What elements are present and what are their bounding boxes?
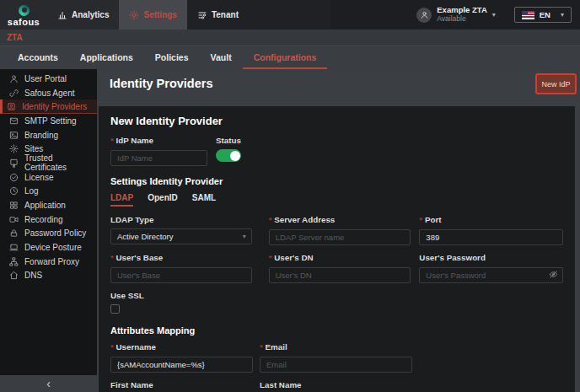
sidebar-item-user-portal[interactable]: User Portal bbox=[0, 72, 97, 86]
tab-applications[interactable]: Applications bbox=[69, 46, 144, 69]
sidebar-item-branding[interactable]: Branding bbox=[0, 128, 97, 142]
image-icon bbox=[9, 131, 19, 140]
port-label: Port bbox=[419, 215, 563, 224]
sidebar-item-application[interactable]: Application bbox=[0, 198, 97, 212]
nav-tab-tenant[interactable]: Tenant bbox=[187, 0, 249, 30]
users-base-input[interactable] bbox=[110, 267, 252, 283]
sidebar-item-trusted-certificates[interactable]: Trusted Certificates bbox=[0, 156, 97, 170]
sidebar-item-identity-providers[interactable]: Identity Providers bbox=[0, 99, 97, 114]
user-icon bbox=[9, 74, 19, 83]
sidebar-item-label: Recording bbox=[24, 215, 63, 224]
ldap-type-label: LDAP Type bbox=[110, 215, 252, 224]
chevron-down-icon: ▾ bbox=[492, 11, 496, 19]
port-input[interactable] bbox=[419, 229, 563, 245]
users-dn-label: User's DN bbox=[269, 253, 411, 262]
nav-tab-analytics[interactable]: Analytics bbox=[47, 0, 119, 30]
language-selector[interactable]: EN ▾ bbox=[514, 7, 572, 23]
provider-tabs: LDAP OpenID SAML bbox=[110, 193, 563, 207]
users-password-label: User's Password bbox=[419, 253, 563, 262]
status-toggle[interactable] bbox=[216, 149, 241, 162]
chevron-down-icon: ▾ bbox=[561, 11, 564, 19]
gear-icon bbox=[9, 144, 19, 153]
sidebar-item-label: Safous Agent bbox=[24, 89, 75, 98]
safous-logo[interactable]: safous bbox=[0, 0, 47, 30]
sidebar-item-label: Application bbox=[24, 201, 66, 210]
user-icon bbox=[420, 10, 429, 19]
video-icon bbox=[9, 215, 19, 224]
sidebar-item-log[interactable]: Log bbox=[0, 185, 97, 199]
new-idp-form: New Identity Provider IdP Name Status Se… bbox=[99, 106, 575, 392]
sidebar-item-recording[interactable]: Recording bbox=[0, 212, 97, 227]
id-badge-icon bbox=[7, 102, 16, 111]
tab-configurations[interactable]: Configurations bbox=[243, 46, 328, 69]
page-title: Identity Providers bbox=[110, 77, 212, 90]
sidebar-item-device-posture[interactable]: Device Posture bbox=[0, 240, 97, 255]
new-idp-button[interactable]: New IdP bbox=[535, 73, 577, 94]
ldap-type-select[interactable]: Active Directory ▾ bbox=[110, 228, 252, 244]
top-navbar: safous Analytics Settings Tenant Example… bbox=[0, 0, 580, 30]
last-name-label: Last Name bbox=[260, 380, 412, 389]
username-input[interactable] bbox=[110, 357, 253, 373]
tab-accounts[interactable]: Accounts bbox=[7, 46, 69, 69]
tab-ldap[interactable]: LDAP bbox=[110, 193, 133, 207]
account-menu[interactable]: Example ZTA Available ▾ bbox=[416, 0, 496, 30]
tab-saml[interactable]: SAML bbox=[192, 193, 216, 207]
tenant-icon bbox=[197, 10, 207, 20]
idp-name-input[interactable] bbox=[110, 150, 207, 166]
sidebar-item-label: User Portal bbox=[24, 74, 67, 83]
sidebar-item-dns[interactable]: DNS bbox=[0, 269, 97, 283]
status-label: Status bbox=[216, 136, 241, 145]
nav-tab-label: Settings bbox=[143, 10, 176, 19]
sidebar-item-password-policy[interactable]: Password Policy bbox=[0, 227, 97, 241]
email-input[interactable] bbox=[260, 357, 412, 373]
server-address-label: Server Address bbox=[269, 215, 411, 224]
chart-icon bbox=[57, 10, 67, 20]
nav-tab-label: Tenant bbox=[212, 10, 239, 19]
sidebar-item-forward-proxy[interactable]: Forward Proxy bbox=[0, 255, 97, 269]
nav-tab-settings[interactable]: Settings bbox=[119, 0, 186, 30]
language-code: EN bbox=[540, 10, 550, 19]
main-content: Identity Providers New IdP New Identity … bbox=[97, 69, 580, 392]
sidebar-item-label: Trusted Certificates bbox=[24, 153, 97, 172]
link-icon bbox=[9, 89, 19, 98]
sidebar: User Portal Safous Agent Identity Provid… bbox=[0, 69, 97, 392]
safous-logo-icon bbox=[19, 5, 30, 16]
envelope-icon bbox=[9, 116, 19, 126]
email-label: Email bbox=[260, 342, 412, 352]
tab-openid[interactable]: OpenID bbox=[148, 193, 178, 207]
nav-tab-label: Analytics bbox=[72, 10, 109, 19]
sidebar-item-safous-agent[interactable]: Safous Agent bbox=[0, 86, 97, 100]
brand-name: safous bbox=[8, 17, 40, 27]
chevron-left-icon: ‹ bbox=[46, 377, 51, 390]
sidebar-item-smtp-setting[interactable]: SMTP Setting bbox=[0, 114, 97, 128]
use-ssl-label: Use SSL bbox=[110, 291, 563, 300]
settings-heading: Settings Identity Provider bbox=[110, 176, 563, 186]
sidebar-item-label: Device Posture bbox=[24, 243, 82, 252]
eye-off-icon[interactable] bbox=[549, 270, 558, 279]
tab-vault[interactable]: Vault bbox=[200, 46, 243, 69]
section-tabs: Accounts Applications Policies Vault Con… bbox=[0, 46, 580, 69]
lock-icon bbox=[9, 228, 19, 238]
breadcrumb: ZTA bbox=[7, 33, 23, 42]
sidebar-item-label: Branding bbox=[24, 131, 58, 140]
sidebar-item-label: Password Policy bbox=[24, 228, 86, 238]
users-dn-input[interactable] bbox=[269, 267, 411, 283]
users-password-input[interactable] bbox=[419, 267, 563, 283]
zta-bar: ZTA bbox=[0, 30, 580, 46]
sidebar-item-label: DNS bbox=[24, 271, 42, 280]
page-header: Identity Providers New IdP bbox=[97, 69, 580, 105]
tab-policies[interactable]: Policies bbox=[144, 46, 200, 69]
sidebar-item-label: Log bbox=[24, 186, 39, 196]
grid-icon bbox=[9, 201, 19, 210]
gear-icon bbox=[129, 10, 139, 20]
check-circle-icon bbox=[9, 173, 19, 182]
use-ssl-checkbox[interactable] bbox=[110, 304, 120, 314]
toggle-knob bbox=[230, 151, 240, 161]
server-address-input[interactable] bbox=[269, 229, 411, 245]
home-icon bbox=[9, 271, 19, 280]
sidebar-item-label: Identity Providers bbox=[22, 102, 87, 111]
sidebar-collapse-button[interactable]: ‹ bbox=[0, 375, 97, 392]
users-base-label: User's Base bbox=[110, 253, 252, 262]
certificate-icon bbox=[9, 158, 19, 168]
sidebar-item-label: Sites bbox=[24, 144, 43, 153]
